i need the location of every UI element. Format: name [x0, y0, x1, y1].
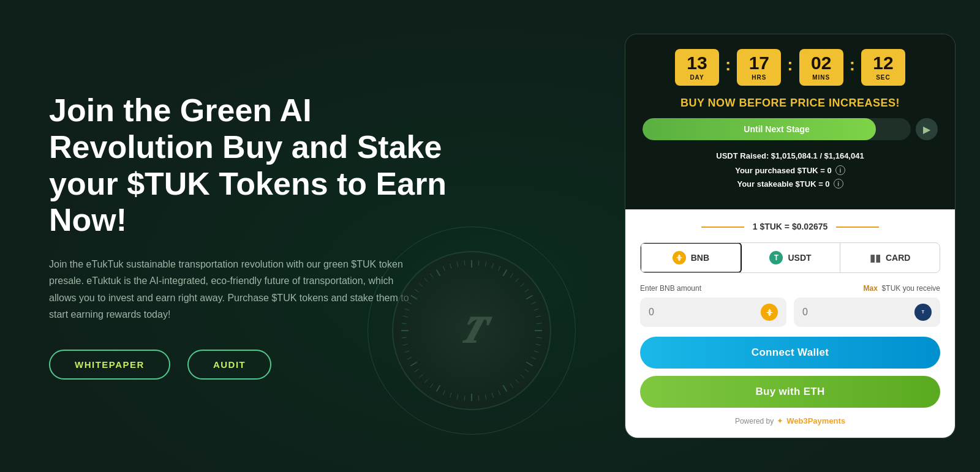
svg-line-35 [437, 385, 440, 391]
dial-decoration: // We'll do this in the main script 𝑻 [368, 227, 576, 435]
svg-line-6 [510, 274, 513, 277]
svg-line-19 [532, 357, 536, 359]
svg-line-8 [521, 283, 524, 287]
svg-line-22 [521, 375, 524, 378]
raised-text: USDT Raised: $1,015,084.1 / $1,164,041 [643, 151, 938, 160]
sec-label: SEC [870, 74, 897, 81]
progress-row: Until Next Stage ▶ [643, 118, 938, 140]
purchased-row: Your purchased $TUK = 0 i [643, 165, 938, 175]
powered-row: Powered by ✦ Web3Payments [640, 416, 940, 425]
svg-line-56 [443, 266, 445, 271]
svg-line-32 [457, 395, 458, 400]
bnb-input-label: Enter BNB amount [640, 284, 701, 293]
hrs-label: HRS [745, 74, 772, 81]
progress-bar-container: Until Next Stage [643, 118, 911, 140]
tuk-amount-input[interactable] [802, 307, 908, 318]
svg-line-48 [405, 309, 410, 310]
purchased-text: Your purchased $TUK = 0 [735, 166, 832, 175]
svg-line-59 [464, 261, 465, 266]
svg-line-24 [510, 384, 513, 388]
buy-now-text: BUY NOW BEFORE PRICE INCREASES! [643, 97, 938, 110]
svg-line-10 [526, 295, 532, 299]
tuk-coin-icon: T [914, 304, 932, 321]
svg-line-50 [410, 295, 417, 299]
rate-row: 1 $TUK = $0.02675 [640, 222, 940, 231]
svg-line-58 [457, 261, 458, 266]
svg-line-31 [464, 395, 465, 400]
svg-line-2 [485, 261, 486, 266]
tab-usdt-label: USDT [788, 253, 811, 263]
stakeable-info-icon[interactable]: i [834, 179, 843, 189]
days-number: 13 [684, 54, 710, 72]
connect-wallet-button[interactable]: Connect Wallet [640, 337, 940, 369]
svg-line-51 [415, 289, 418, 292]
svg-line-5 [503, 269, 507, 275]
svg-line-27 [492, 393, 493, 398]
whitepaper-button[interactable]: WHITEPAPER [49, 350, 170, 380]
mins-number: 02 [808, 54, 835, 72]
powered-label: Powered by [735, 417, 774, 425]
svg-line-44 [402, 337, 407, 338]
dial-inner: // We'll do this in the main script 𝑻 [392, 251, 551, 410]
progress-arrow-button[interactable]: ▶ [916, 118, 938, 140]
rate-text: 1 $TUK = $0.02675 [753, 222, 828, 231]
mins-block: 02 MINS [799, 49, 843, 86]
tab-card[interactable]: ▮▮ CARD [840, 243, 940, 272]
svg-line-47 [403, 316, 408, 317]
bnb-amount-input[interactable] [649, 307, 755, 318]
svg-line-23 [516, 379, 519, 383]
svg-line-53 [424, 279, 428, 282]
svg-line-49 [407, 302, 412, 304]
sep-2: : [787, 55, 793, 75]
sec-number: 12 [870, 54, 897, 72]
svg-text:T: T [922, 310, 925, 314]
svg-line-40 [410, 362, 417, 365]
svg-line-14 [537, 323, 541, 324]
svg-line-13 [536, 316, 541, 317]
svg-line-34 [443, 391, 445, 395]
left-section: Join the Green AI Revolution Buy and Sta… [0, 56, 625, 416]
svg-line-42 [405, 351, 410, 352]
svg-line-7 [516, 279, 519, 282]
buy-eth-button[interactable]: Buy with ETH [640, 376, 940, 408]
bnb-coin-icon [761, 304, 778, 321]
stakeable-row: Your stakeable $TUK = 0 i [643, 179, 938, 189]
svg-line-37 [424, 379, 428, 383]
purchased-info-icon[interactable]: i [835, 165, 845, 175]
tab-bnb-label: BNB [691, 253, 709, 263]
svg-line-9 [525, 289, 529, 292]
web3-brand: Web3Payments [786, 416, 845, 425]
hrs-block: 17 HRS [737, 49, 781, 86]
tab-bnb[interactable]: BNB [640, 242, 742, 273]
svg-line-41 [407, 357, 412, 359]
svg-line-20 [526, 362, 532, 365]
tuk-input-label: Max $TUK you receive [864, 284, 940, 293]
max-label: Max [864, 284, 878, 293]
svg-line-43 [403, 344, 408, 345]
dial-outer: // We'll do this in the main script 𝑻 [368, 227, 576, 435]
svg-line-54 [430, 274, 433, 277]
days-block: 13 DAY [675, 49, 719, 86]
widget-card: 13 DAY : 17 HRS : 02 MINS : 12 SEC [625, 34, 956, 438]
audit-button[interactable]: AUDIT [187, 350, 271, 380]
svg-line-39 [415, 369, 418, 372]
payment-tabs: BNB T USDT ▮▮ CARD [640, 242, 940, 273]
svg-line-12 [534, 309, 539, 310]
svg-line-11 [532, 302, 536, 304]
svg-line-17 [536, 344, 541, 345]
tab-usdt[interactable]: T USDT [741, 243, 841, 272]
main-heading: Join the Green AI Revolution Buy and Sta… [49, 92, 466, 239]
widget-bottom: 1 $TUK = $0.02675 BNB T USDT ▮▮ CARD [625, 209, 955, 438]
svg-line-29 [478, 395, 479, 400]
bnb-input-wrap [640, 298, 786, 327]
sep-3: : [850, 55, 855, 75]
web3-star-icon: ✦ [777, 416, 783, 425]
svg-line-46 [402, 323, 407, 324]
svg-line-4 [499, 266, 500, 271]
stakeable-text: Your stakeable $TUK = 0 [737, 179, 829, 189]
mins-label: MINS [808, 74, 835, 81]
svg-line-52 [420, 283, 423, 287]
right-section: 13 DAY : 17 HRS : 02 MINS : 12 SEC [625, 34, 956, 438]
countdown-row: 13 DAY : 17 HRS : 02 MINS : 12 SEC [643, 49, 938, 86]
sec-block: 12 SEC [861, 49, 905, 86]
